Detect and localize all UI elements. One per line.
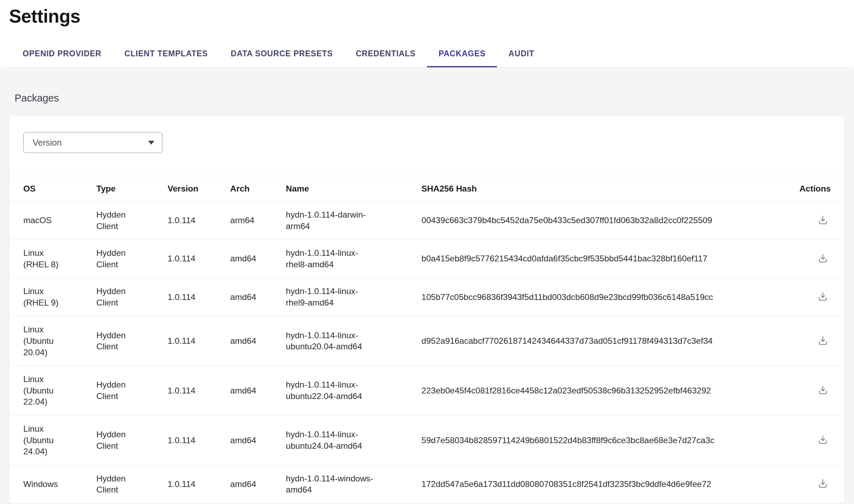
cell-version: 1.0.114 xyxy=(168,240,230,278)
cell-name: hydn-1.0.114-linux-ubuntu22.04-amd64 xyxy=(286,366,421,416)
tab-audit[interactable]: AUDIT xyxy=(497,42,546,67)
settings-page: Settings OPENID PROVIDER CLIENT TEMPLATE… xyxy=(0,0,854,504)
cell-version: 1.0.114 xyxy=(168,202,230,240)
cell-name: hydn-1.0.114-darwin-arm64 xyxy=(286,202,421,240)
cell-version: 1.0.114 xyxy=(168,366,230,416)
download-icon xyxy=(817,214,829,226)
cell-actions xyxy=(792,415,845,465)
cell-os: Linux (Ubuntu 24.04) xyxy=(9,415,96,465)
col-actions: Actions xyxy=(792,176,845,202)
cell-arch: amd64 xyxy=(230,366,286,416)
packages-panel: Packages Version OS Type Version Arch xyxy=(0,67,854,504)
download-button[interactable] xyxy=(816,213,829,227)
packages-card: Version OS Type Version Arch Name SHA256… xyxy=(9,116,845,504)
cell-type: Hydden Client xyxy=(96,415,168,465)
table-row: Linux (Ubuntu 22.04) Hydden Client 1.0.1… xyxy=(9,366,845,416)
cell-sha256: 223eb0e45f4c081f2816ce4458c12a023edf5053… xyxy=(421,366,792,416)
page-title: Settings xyxy=(9,6,845,27)
download-button[interactable] xyxy=(816,251,829,265)
download-icon xyxy=(817,434,829,445)
settings-tabs: OPENID PROVIDER CLIENT TEMPLATES DATA SO… xyxy=(9,42,845,67)
cell-actions xyxy=(792,278,845,316)
download-button[interactable] xyxy=(816,333,829,348)
cell-arch: amd64 xyxy=(230,316,286,366)
table-row: Linux (Ubuntu 24.04) Hydden Client 1.0.1… xyxy=(9,415,845,465)
tab-data-source-presets[interactable]: DATA SOURCE PRESETS xyxy=(219,42,344,67)
col-name: Name xyxy=(286,176,421,202)
cell-sha256: 105b77c05bcc96836f3943f5d11bd003dcb608d9… xyxy=(421,278,792,316)
cell-arch: arm64 xyxy=(230,202,286,240)
cell-name: hydn-1.0.114-windows-amd64 xyxy=(286,465,421,503)
cell-actions xyxy=(792,202,845,240)
table-row: macOS Hydden Client 1.0.114 arm64 hydn-1… xyxy=(9,202,845,240)
cell-type: Hydden Client xyxy=(96,366,168,416)
packages-table: OS Type Version Arch Name SHA256 Hash Ac… xyxy=(9,176,845,504)
cell-type: Hydden Client xyxy=(96,316,168,366)
cell-actions xyxy=(792,240,845,278)
cell-type: Hydden Client xyxy=(96,465,168,503)
section-title: Packages xyxy=(15,67,845,104)
cell-arch: amd64 xyxy=(230,278,286,316)
cell-type: Hydden Client xyxy=(96,278,168,316)
col-version: Version xyxy=(168,176,230,202)
cell-arch: amd64 xyxy=(230,240,286,278)
download-icon xyxy=(817,478,829,489)
table-row: Linux (Ubuntu 20.04) Hydden Client 1.0.1… xyxy=(9,316,845,366)
download-button[interactable] xyxy=(816,432,829,447)
version-dropdown[interactable]: Version xyxy=(23,132,162,153)
cell-sha256: d952a916acabcf77026187142434644337d73ad0… xyxy=(421,316,792,366)
col-type: Type xyxy=(96,176,168,202)
cell-sha256: 172dd547a5e6a173d11dd08080708351c8f2541d… xyxy=(421,465,792,503)
download-icon xyxy=(817,252,829,264)
table-row: Windows Hydden Client 1.0.114 amd64 hydn… xyxy=(9,465,845,503)
col-arch: Arch xyxy=(230,176,286,202)
download-icon xyxy=(817,291,829,302)
cell-actions xyxy=(792,366,845,416)
col-sha256: SHA256 Hash xyxy=(421,176,792,202)
cell-name: hydn-1.0.114-linux-rhel9-amd64 xyxy=(286,278,421,316)
cell-version: 1.0.114 xyxy=(168,316,230,366)
cell-sha256: 00439c663c379b4bc5452da75e0b433c5ed307ff… xyxy=(421,202,792,240)
chevron-down-icon xyxy=(148,141,154,145)
col-os: OS xyxy=(9,176,96,202)
cell-os: Linux (Ubuntu 22.04) xyxy=(9,366,96,416)
cell-name: hydn-1.0.114-linux-ubuntu20.04-amd64 xyxy=(286,316,421,366)
cell-os: Linux (RHEL 9) xyxy=(9,278,96,316)
cell-arch: amd64 xyxy=(230,465,286,503)
tab-client-templates[interactable]: CLIENT TEMPLATES xyxy=(113,42,219,67)
cell-sha256: b0a415eb8f9c5776215434cd0afda6f35cbc9f53… xyxy=(421,240,792,278)
packages-table-header: OS Type Version Arch Name SHA256 Hash Ac… xyxy=(9,176,845,202)
cell-actions xyxy=(792,316,845,366)
cell-actions xyxy=(792,465,845,503)
version-dropdown-label: Version xyxy=(33,138,62,148)
table-row: Linux (RHEL 9) Hydden Client 1.0.114 amd… xyxy=(9,278,845,316)
cell-sha256: 59d7e58034b828597114249b6801522d4b83ff8f… xyxy=(421,415,792,465)
cell-arch: amd64 xyxy=(230,415,286,465)
download-button[interactable] xyxy=(816,289,829,303)
tab-credentials[interactable]: CREDENTIALS xyxy=(344,42,427,67)
cell-os: Windows xyxy=(9,465,96,503)
cell-os: macOS xyxy=(9,202,96,240)
table-row: Linux (RHEL 8) Hydden Client 1.0.114 amd… xyxy=(9,240,845,278)
cell-type: Hydden Client xyxy=(96,240,168,278)
cell-name: hydn-1.0.114-linux-ubuntu24.04-amd64 xyxy=(286,415,421,465)
page-header: Settings OPENID PROVIDER CLIENT TEMPLATE… xyxy=(0,0,854,67)
download-icon xyxy=(817,384,829,396)
cell-os: Linux (RHEL 8) xyxy=(9,240,96,278)
cell-name: hydn-1.0.114-linux-rhel8-amd64 xyxy=(286,240,421,278)
packages-table-body: macOS Hydden Client 1.0.114 arm64 hydn-1… xyxy=(9,202,845,504)
tab-openid-provider[interactable]: OPENID PROVIDER xyxy=(11,42,113,67)
cell-type: Hydden Client xyxy=(96,202,168,240)
download-button[interactable] xyxy=(816,383,829,397)
cell-os: Linux (Ubuntu 20.04) xyxy=(9,316,96,366)
tab-packages[interactable]: PACKAGES xyxy=(427,42,497,67)
cell-version: 1.0.114 xyxy=(168,465,230,503)
download-icon xyxy=(817,335,829,346)
cell-version: 1.0.114 xyxy=(168,415,230,465)
download-button[interactable] xyxy=(816,476,829,490)
cell-version: 1.0.114 xyxy=(168,278,230,316)
